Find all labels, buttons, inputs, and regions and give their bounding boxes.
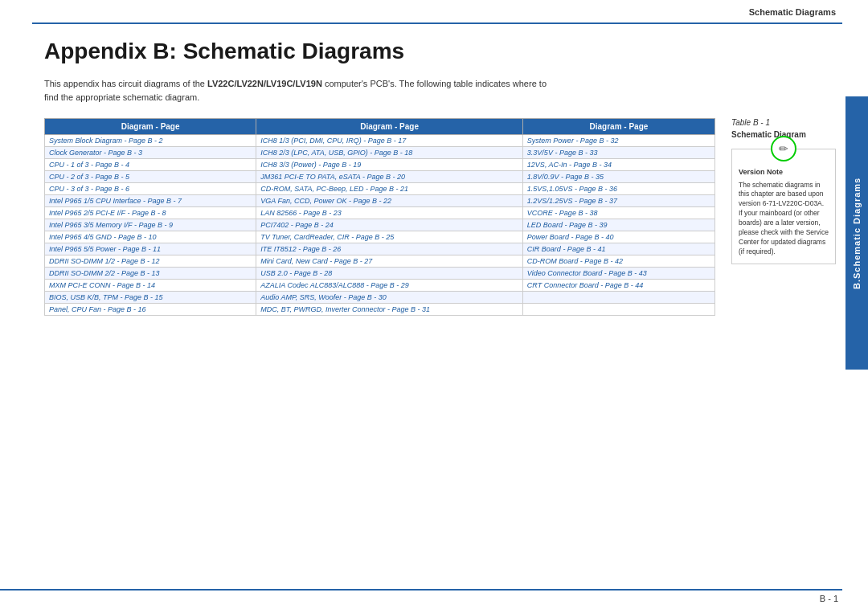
table-cell-1: DDRII SO-DIMM 1/2 - Page B - 12 — [45, 255, 256, 268]
table-cell-2: Mini Card, New Card - Page B - 27 — [256, 255, 523, 268]
table-row: BIOS, USB K/B, TPM - Page B - 15Audio AM… — [45, 292, 715, 304]
header-title: Schematic Diagrams — [749, 7, 836, 17]
table-cell-3: 1.8V/0.9V - Page B - 35 — [522, 171, 714, 183]
page-number: B - 1 — [0, 594, 842, 603]
table-cell-2: JM361 PCI-E TO PATA, eSATA - Page B - 20 — [256, 171, 523, 183]
table-cell-2: CD-ROM, SATA, PC-Beep, LED - Page B - 21 — [256, 183, 523, 195]
page-title: Appendix B: Schematic Diagrams — [44, 39, 836, 64]
table-cell-3 — [522, 304, 714, 316]
table-cell-3: CIR Board - Page B - 41 — [522, 243, 714, 255]
table-cell-2: LAN 82566 - Page B - 23 — [256, 207, 523, 219]
schematic-table: Diagram - Page Diagram - Page Diagram - … — [44, 118, 715, 316]
table-row: Clock Generator - Page B - 3ICH8 2/3 (LP… — [45, 147, 715, 159]
pencil-icon: ✏ — [771, 136, 796, 161]
version-note-wrapper: ✏ Version Note The schematic diagrams in… — [731, 149, 836, 264]
col-header-1: Diagram - Page — [45, 119, 256, 135]
table-cell-1: DDRII SO-DIMM 2/2 - Page B - 13 — [45, 268, 256, 280]
intro-text-before: This appendix has circuit diagrams of th… — [44, 79, 207, 88]
table-cell-1: Intel P965 4/5 GND - Page B - 10 — [45, 231, 256, 243]
col-header-2: Diagram - Page — [256, 119, 523, 135]
model-names: LV22C/LV22N/LV19C/LV19N — [207, 79, 322, 88]
table-section: Diagram - Page Diagram - Page Diagram - … — [44, 118, 836, 316]
table-cell-3 — [522, 292, 714, 304]
table-cell-2: MDC, BT, PWRGD, Inverter Connector - Pag… — [256, 304, 523, 316]
intro-paragraph: This appendix has circuit diagrams of th… — [44, 77, 559, 104]
table-cell-1: Panel, CPU Fan - Page B - 16 — [45, 304, 256, 316]
col-header-3: Diagram - Page — [522, 119, 714, 135]
table-cell-1: Intel P965 3/5 Memory I/F - Page B - 9 — [45, 219, 256, 231]
version-note-title: Version Note — [739, 167, 829, 178]
table-cell-3: 1.2VS/1.25VS - Page B - 37 — [522, 195, 714, 207]
table-cell-1: CPU - 1 of 3 - Page B - 4 — [45, 159, 256, 171]
table-cell-3: 12VS, AC-In - Page B - 34 — [522, 159, 714, 171]
table-row: DDRII SO-DIMM 2/2 - Page B - 13USB 2.0 -… — [45, 268, 715, 280]
table-cell-1: MXM PCI-E CONN - Page B - 14 — [45, 280, 256, 292]
table-cell-3: 1.5VS,1.05VS - Page B - 36 — [522, 183, 714, 195]
table-row: CPU - 2 of 3 - Page B - 5JM361 PCI-E TO … — [45, 171, 715, 183]
table-cell-3: Video Connector Board - Page B - 43 — [522, 268, 714, 280]
table-cell-3: 3.3V/5V - Page B - 33 — [522, 147, 714, 159]
main-content: Appendix B: Schematic Diagrams This appe… — [44, 31, 836, 581]
table-row: System Block Diagram - Page B - 2ICH8 1/… — [45, 135, 715, 147]
table-cell-2: PCI7402 - Page B - 24 — [256, 219, 523, 231]
table-row: Intel P965 4/5 GND - Page B - 10TV Tuner… — [45, 231, 715, 243]
table-row: Intel P965 3/5 Memory I/F - Page B - 9PC… — [45, 219, 715, 231]
table-cell-1: Intel P965 2/5 PCI-E I/F - Page B - 8 — [45, 207, 256, 219]
header-line — [32, 22, 842, 24]
right-info-panel: Table B - 1 Schematic Diagram ✏ Version … — [731, 118, 836, 264]
table-cell-1: Intel P965 5/5 Power - Page B - 11 — [45, 243, 256, 255]
table-row: Intel P965 1/5 CPU Interface - Page B - … — [45, 195, 715, 207]
chapter-tab: B.Schematic Diagrams — [845, 96, 868, 370]
table-cell-3: Power Board - Page B - 40 — [522, 231, 714, 243]
table-row: Intel P965 2/5 PCI-E I/F - Page B - 8LAN… — [45, 207, 715, 219]
version-note-text: The schematic diagrams in this chapter a… — [739, 181, 829, 255]
table-cell-3: System Power - Page B - 32 — [522, 135, 714, 147]
table-row: Intel P965 5/5 Power - Page B - 11ITE IT… — [45, 243, 715, 255]
table-label: Table B - 1 — [731, 118, 836, 127]
table-cell-1: Clock Generator - Page B - 3 — [45, 147, 256, 159]
table-cell-2: ICH8 2/3 (LPC, ATA, USB, GPIO) - Page B … — [256, 147, 523, 159]
table-cell-1: CPU - 3 of 3 - Page B - 6 — [45, 183, 256, 195]
table-row: MXM PCI-E CONN - Page B - 14AZALIA Codec… — [45, 280, 715, 292]
table-cell-3: CD-ROM Board - Page B - 42 — [522, 255, 714, 268]
table-cell-3: CRT Connector Board - Page B - 44 — [522, 280, 714, 292]
table-cell-2: ITE IT8512 - Page B - 26 — [256, 243, 523, 255]
table-cell-3: VCORE - Page B - 38 — [522, 207, 714, 219]
page-header: Schematic Diagrams — [0, 0, 868, 24]
table-cell-1: Intel P965 1/5 CPU Interface - Page B - … — [45, 195, 256, 207]
table-cell-1: BIOS, USB K/B, TPM - Page B - 15 — [45, 292, 256, 304]
table-row: DDRII SO-DIMM 1/2 - Page B - 12Mini Card… — [45, 255, 715, 268]
table-cell-3: LED Board - Page B - 39 — [522, 219, 714, 231]
table-cell-2: USB 2.0 - Page B - 28 — [256, 268, 523, 280]
table-row: CPU - 1 of 3 - Page B - 4ICH8 3/3 (Power… — [45, 159, 715, 171]
table-row: CPU - 3 of 3 - Page B - 6CD-ROM, SATA, P… — [45, 183, 715, 195]
page-footer: B - 1 — [0, 589, 842, 613]
table-cell-1: System Block Diagram - Page B - 2 — [45, 135, 256, 147]
table-cell-2: VGA Fan, CCD, Power OK - Page B - 22 — [256, 195, 523, 207]
table-cell-2: ICH8 1/3 (PCI, DMI, CPU, IRQ) - Page B -… — [256, 135, 523, 147]
table-cell-2: ICH8 3/3 (Power) - Page B - 19 — [256, 159, 523, 171]
version-note-box: Version Note The schematic diagrams in t… — [731, 149, 836, 264]
footer-line — [0, 589, 842, 591]
table-cell-2: TV Tuner, CardReader, CIR - Page B - 25 — [256, 231, 523, 243]
table-cell-2: Audio AMP, SRS, Woofer - Page B - 30 — [256, 292, 523, 304]
table-cell-1: CPU - 2 of 3 - Page B - 5 — [45, 171, 256, 183]
table-row: Panel, CPU Fan - Page B - 16MDC, BT, PWR… — [45, 304, 715, 316]
table-cell-2: AZALIA Codec ALC883/ALC888 - Page B - 29 — [256, 280, 523, 292]
